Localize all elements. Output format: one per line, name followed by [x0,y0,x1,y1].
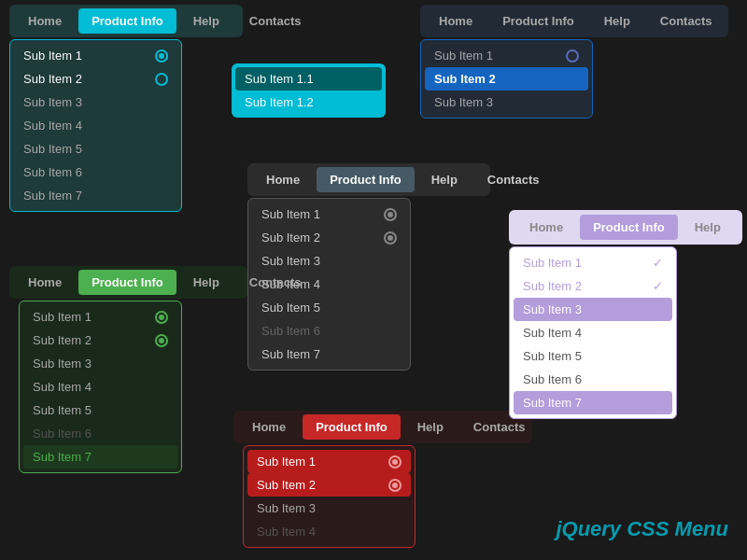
blue-item-1[interactable]: Sub Item 1 [425,44,588,67]
blue-menu-widget: Home Product Info Help Contacts Sub Item… [420,5,728,119]
purple-item-2[interactable]: Sub Item 2 ✓ [514,274,672,298]
green-menu-widget: Home Product Info Help Contacts Sub Item… [9,266,247,473]
blue-nav-bar: Home Product Info Help Contacts [420,5,728,37]
purple-nav-help[interactable]: Help [682,215,734,240]
teal-item-7[interactable]: Sub Item 7 [14,184,177,207]
blue-nav-help[interactable]: Help [591,8,643,34]
red-item-3[interactable]: Sub Item 3 [247,497,411,520]
grey-item-5[interactable]: Sub Item 5 [252,296,406,319]
teal-sub-item-2[interactable]: Sub Item 1.2 [235,91,382,114]
radio-icon-gr1 [155,311,168,324]
radio-icon-2 [155,73,168,86]
teal-sub-dropdown: Sub Item 1.1 Sub Item 1.2 [232,63,386,118]
blue-dropdown: Sub Item 1 Sub Item 2 Sub Item 3 [420,39,593,119]
blue-nav-home[interactable]: Home [426,8,486,34]
purple-item-7[interactable]: Sub Item 7 [514,391,672,414]
red-dropdown: Sub Item 1 Sub Item 2 Sub Item 3 Sub Ite… [243,445,416,548]
red-menu-widget: Home Product Info Help Contacts Sub Item… [233,411,532,548]
green-item-2[interactable]: Sub Item 2 [23,329,177,352]
green-item-5[interactable]: Sub Item 5 [23,399,177,422]
grey-nav-home[interactable]: Home [253,167,313,192]
teal-item-4[interactable]: Sub Item 4 [14,114,177,137]
green-nav-contacts[interactable]: Contacts [236,270,315,295]
purple-nav-product[interactable]: Product Info [580,215,678,240]
blue-nav-product[interactable]: Product Info [489,8,587,34]
radio-icon-r1 [388,455,402,469]
teal-nav-product[interactable]: Product Info [78,8,176,34]
radio-icon-g1 [384,208,397,221]
teal-dropdown: Sub Item 1 Sub Item 2 Sub Item 3 Sub Ite… [9,39,182,212]
purple-item-1[interactable]: Sub Item 1 ✓ [514,251,672,274]
check-icon-p1: ✓ [653,256,663,270]
green-nav-help[interactable]: Help [180,270,233,295]
teal-item-5[interactable]: Sub Item 5 [14,137,177,161]
grey-item-7[interactable]: Sub Item 7 [252,343,406,366]
red-nav-home[interactable]: Home [239,414,299,440]
red-nav-product[interactable]: Product Info [303,414,401,440]
teal-sub-dropdown-widget: Sub Item 1.1 Sub Item 1.2 [232,63,386,118]
radio-icon-1 [155,49,168,63]
check-icon-p2: ✓ [653,279,663,293]
red-nav-help[interactable]: Help [404,414,457,440]
purple-nav-home[interactable]: Home [516,215,576,240]
grey-nav-bar: Home Product Info Help Contacts [247,163,490,196]
radio-icon-r2 [388,479,402,492]
teal-nav-help[interactable]: Help [180,8,233,34]
teal-item-1[interactable]: Sub Item 1 [14,44,177,67]
radio-icon-g2 [384,231,397,245]
red-item-1[interactable]: Sub Item 1 [247,450,411,473]
green-nav-product[interactable]: Product Info [78,270,176,295]
blue-item-2[interactable]: Sub Item 2 [425,67,588,91]
watermark-label: jQuery CSS Menu [556,517,728,541]
blue-nav-contacts[interactable]: Contacts [647,8,726,34]
blue-item-3[interactable]: Sub Item 3 [425,91,588,114]
green-item-1[interactable]: Sub Item 1 [23,305,177,329]
grey-nav-contacts[interactable]: Contacts [474,167,553,192]
red-item-4[interactable]: Sub Item 4 [247,520,411,543]
grey-nav-product[interactable]: Product Info [317,167,415,192]
green-nav-bar: Home Product Info Help Contacts [9,266,247,299]
teal-sub-item-1[interactable]: Sub Item 1.1 [235,67,382,91]
purple-dropdown: Sub Item 1 ✓ Sub Item 2 ✓ Sub Item 3 Sub… [509,246,677,419]
grey-item-1[interactable]: Sub Item 1 [252,203,406,226]
purple-item-5[interactable]: Sub Item 5 [514,344,672,368]
green-item-7[interactable]: Sub Item 7 [23,445,177,469]
purple-item-6[interactable]: Sub Item 6 [514,368,672,391]
teal-nav-bar: Home Product Info Help Contacts [9,5,243,37]
green-nav-home[interactable]: Home [15,270,75,295]
purple-item-3[interactable]: Sub Item 3 [514,298,672,321]
green-item-6[interactable]: Sub Item 6 [23,422,177,445]
red-nav-bar: Home Product Info Help Contacts [233,411,532,443]
purple-item-4[interactable]: Sub Item 4 [514,321,672,344]
grey-item-6[interactable]: Sub Item 6 [252,319,406,343]
green-dropdown: Sub Item 1 Sub Item 2 Sub Item 3 Sub Ite… [19,301,182,473]
purple-menu-widget: Home Product Info Help Sub Item 1 ✓ Sub … [509,210,742,419]
teal-item-6[interactable]: Sub Item 6 [14,161,177,184]
teal-item-2[interactable]: Sub Item 2 [14,67,177,91]
green-item-3[interactable]: Sub Item 3 [23,352,177,375]
purple-nav-bar: Home Product Info Help [509,210,742,245]
teal-menu-widget: Home Product Info Help Contacts Sub Item… [9,5,243,212]
red-item-2[interactable]: Sub Item 2 [247,473,411,497]
green-item-4[interactable]: Sub Item 4 [23,375,177,399]
radio-icon-b1 [566,49,579,63]
grey-nav-help[interactable]: Help [418,167,471,192]
teal-nav-home[interactable]: Home [15,8,75,34]
teal-nav-contacts[interactable]: Contacts [236,8,315,34]
grey-menu-widget: Home Product Info Help Contacts Sub Item… [247,163,490,371]
teal-item-3[interactable]: Sub Item 3 [14,91,177,114]
radio-icon-gr2 [155,334,168,347]
grey-item-2[interactable]: Sub Item 2 [252,226,406,249]
